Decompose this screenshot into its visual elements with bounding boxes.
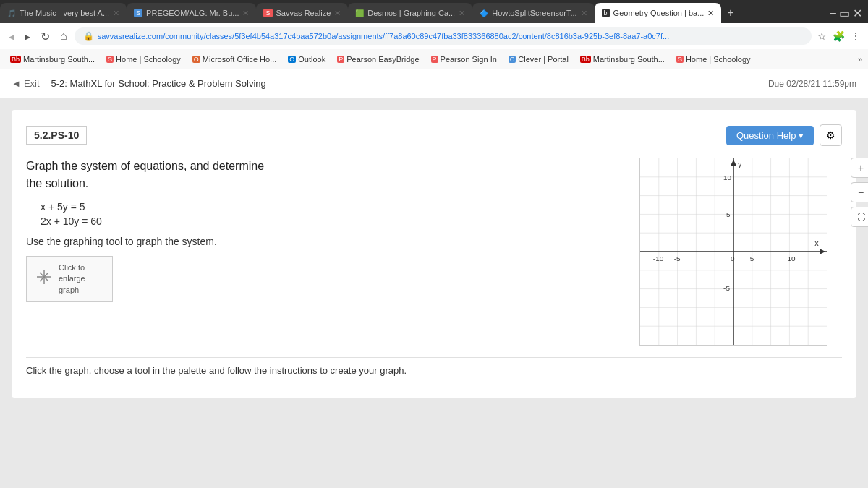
tab-music[interactable]: 🎵 The Music - very best A... ✕ bbox=[0, 3, 127, 23]
tab-desmos-icon: 🟩 bbox=[355, 9, 364, 17]
svg-text:0: 0 bbox=[731, 254, 735, 262]
tab-pregeom-label: PREGEOM/ALG: Mr. Bu... bbox=[146, 9, 239, 17]
minimize-btn[interactable]: – bbox=[830, 7, 836, 20]
forward-nav-btn[interactable]: ▸ bbox=[22, 27, 33, 46]
bookmark-clever[interactable]: C Clever | Portal bbox=[504, 53, 573, 65]
tab-music-label: The Music - very best A... bbox=[20, 9, 109, 17]
settings-icon: ⚙ bbox=[826, 129, 835, 141]
tab-close-music[interactable]: ✕ bbox=[113, 9, 119, 18]
bm-easybridge-icon: P bbox=[337, 56, 344, 63]
svg-marker-25 bbox=[820, 249, 825, 254]
svg-text:x: x bbox=[814, 239, 819, 247]
bookmarks-more-btn[interactable]: » bbox=[858, 55, 862, 64]
page-header: ◄ Exit 5-2: MathXL for School: Practice … bbox=[0, 69, 868, 98]
bookmark-martinsburg2[interactable]: Bb Martinsburg South... bbox=[576, 53, 669, 65]
zoom-out-button[interactable]: − bbox=[851, 182, 868, 202]
zoom-external-button[interactable]: ⛶ bbox=[851, 207, 868, 227]
graph-and-controls: x y -10 -5 0 5 10 10 5 -5 + bbox=[639, 158, 842, 346]
bm-clever-label: Clever | Portal bbox=[518, 55, 569, 64]
tab-close-geometry[interactable]: ✕ bbox=[707, 9, 714, 18]
zoom-in-button[interactable]: + bbox=[851, 158, 868, 178]
question-body: Graph the system of equations, and deter… bbox=[26, 158, 842, 346]
tab-pregeom-icon: S bbox=[134, 9, 142, 17]
svg-text:5: 5 bbox=[750, 254, 754, 262]
equation-2: 2x + 10y = 60 bbox=[41, 215, 625, 227]
bookmark-microsoft[interactable]: O Microsoft Office Ho... bbox=[188, 53, 281, 65]
bookmark-easybridge[interactable]: P Pearson EasyBridge bbox=[333, 53, 423, 65]
bm-outlook-icon: O bbox=[288, 56, 296, 63]
bm-microsoft-label: Microsoft Office Ho... bbox=[203, 55, 277, 64]
new-tab-button[interactable]: + bbox=[721, 3, 739, 23]
tab-geometry-label: Geometry Question | ba... bbox=[613, 9, 705, 17]
equation-1: x + 5y = 5 bbox=[41, 201, 625, 213]
tab-geometry[interactable]: b Geometry Question | ba... ✕ bbox=[595, 3, 722, 23]
bm-martinsburg2-label: Martinsburg South... bbox=[593, 55, 665, 64]
bookmark-schoology1[interactable]: S Home | Schoology bbox=[102, 53, 185, 65]
tab-close-savvas[interactable]: ✕ bbox=[334, 9, 341, 18]
home-btn[interactable]: ⌂ bbox=[57, 27, 70, 46]
question-text-area: Graph the system of equations, and deter… bbox=[26, 158, 625, 346]
tab-geometry-icon: b bbox=[602, 9, 610, 17]
tab-desmos[interactable]: 🟩 Desmos | Graphing Ca... ✕ bbox=[348, 3, 472, 23]
svg-text:-10: -10 bbox=[653, 254, 664, 262]
main-content: 5.2.PS-10 Question Help ▾ ⚙ Graph the sy… bbox=[0, 98, 868, 488]
tab-pregeom[interactable]: S PREGEOM/ALG: Mr. Bu... ✕ bbox=[127, 3, 256, 23]
browser-menu-icon[interactable]: ⋮ bbox=[849, 29, 862, 43]
tab-howto-label: HowtoSplitScreensorT... bbox=[492, 9, 576, 17]
svg-text:5: 5 bbox=[726, 210, 731, 218]
instruction-text: Use the graphing tool to graph the syste… bbox=[26, 236, 625, 247]
coordinate-graph[interactable]: x y -10 -5 0 5 10 10 5 -5 bbox=[639, 158, 827, 346]
url-bar[interactable]: 🔒 savvasrealize.com/community/classes/5f… bbox=[75, 27, 812, 45]
bookmark-pearson-signin[interactable]: P Pearson Sign In bbox=[427, 53, 501, 65]
exit-button[interactable]: ◄ Exit bbox=[12, 78, 40, 89]
svg-text:10: 10 bbox=[723, 174, 732, 181]
bm-pearson-icon: P bbox=[431, 56, 438, 63]
tab-savvas[interactable]: S Savvas Realize ✕ bbox=[256, 3, 348, 23]
bm-schoology1-icon: S bbox=[106, 56, 114, 63]
question-help-button[interactable]: Question Help ▾ bbox=[726, 126, 814, 145]
graph-container: x y -10 -5 0 5 10 10 5 -5 + bbox=[639, 158, 842, 346]
tab-close-howto[interactable]: ✕ bbox=[581, 9, 587, 18]
tab-music-icon: 🎵 bbox=[7, 9, 16, 17]
bookmark-outlook[interactable]: O Outlook bbox=[284, 53, 330, 65]
title-line1: Graph the system of equations, and deter… bbox=[26, 160, 264, 172]
tab-savvas-label: Savvas Realize bbox=[276, 9, 331, 17]
tab-howto-icon: 🔷 bbox=[480, 9, 488, 17]
bookmark-schoology2[interactable]: S Home | Schoology bbox=[672, 53, 755, 65]
tab-close-desmos[interactable]: ✕ bbox=[459, 9, 465, 18]
browser-chrome: 🎵 The Music - very best A... ✕ S PREGEOM… bbox=[0, 0, 868, 69]
settings-button[interactable]: ⚙ bbox=[820, 124, 842, 146]
enlarge-label: Click to enlarge graph bbox=[59, 262, 85, 296]
bm-schoology2-icon: S bbox=[676, 56, 684, 63]
tab-close-pregeom[interactable]: ✕ bbox=[242, 9, 249, 18]
question-card: 5.2.PS-10 Question Help ▾ ⚙ Graph the sy… bbox=[12, 110, 856, 398]
bm-microsoft-icon: O bbox=[192, 56, 200, 63]
tab-savvas-icon: S bbox=[263, 9, 272, 17]
bm-outlook-label: Outlook bbox=[298, 55, 326, 64]
enlarge-graph-button[interactable]: Click to enlarge graph bbox=[26, 256, 113, 302]
bookmark-martinsburg1[interactable]: Bb Martinsburg South... bbox=[6, 53, 99, 65]
url-text: savvasrealize.com/community/classes/5f3e… bbox=[98, 32, 670, 40]
exit-label: Exit bbox=[24, 78, 40, 89]
close-browser-btn[interactable]: ✕ bbox=[853, 7, 862, 20]
enlarge-icon bbox=[35, 268, 53, 290]
back-nav-btn[interactable]: ◂ bbox=[6, 27, 17, 46]
bm-schoology2-label: Home | Schoology bbox=[686, 55, 751, 64]
question-actions: Question Help ▾ ⚙ bbox=[726, 124, 842, 146]
extensions-icon[interactable]: 🧩 bbox=[831, 29, 846, 43]
bm-clever-icon: C bbox=[509, 56, 516, 63]
refresh-btn[interactable]: ↻ bbox=[38, 27, 53, 46]
restore-btn[interactable]: ▭ bbox=[839, 7, 850, 20]
due-date: Due 02/28/21 11:59pm bbox=[768, 79, 856, 89]
bm-martinsburg1-icon: Bb bbox=[10, 56, 21, 63]
svg-text:10: 10 bbox=[787, 254, 796, 262]
bookmarks-bar: Bb Martinsburg South... S Home | Schoolo… bbox=[0, 49, 868, 69]
graph-instruction-bar: Click the graph, choose a tool in the pa… bbox=[26, 357, 842, 383]
question-header: 5.2.PS-10 Question Help ▾ ⚙ bbox=[26, 124, 842, 146]
svg-text:-5: -5 bbox=[674, 254, 681, 262]
tab-howto[interactable]: 🔷 HowtoSplitScreensorT... ✕ bbox=[472, 3, 594, 23]
bm-pearson-label: Pearson Sign In bbox=[441, 55, 497, 64]
bm-easybridge-label: Pearson EasyBridge bbox=[346, 55, 419, 64]
bookmark-star-icon[interactable]: ☆ bbox=[816, 29, 828, 43]
address-bar: ◂ ▸ ↻ ⌂ 🔒 savvasrealize.com/community/cl… bbox=[0, 23, 868, 49]
